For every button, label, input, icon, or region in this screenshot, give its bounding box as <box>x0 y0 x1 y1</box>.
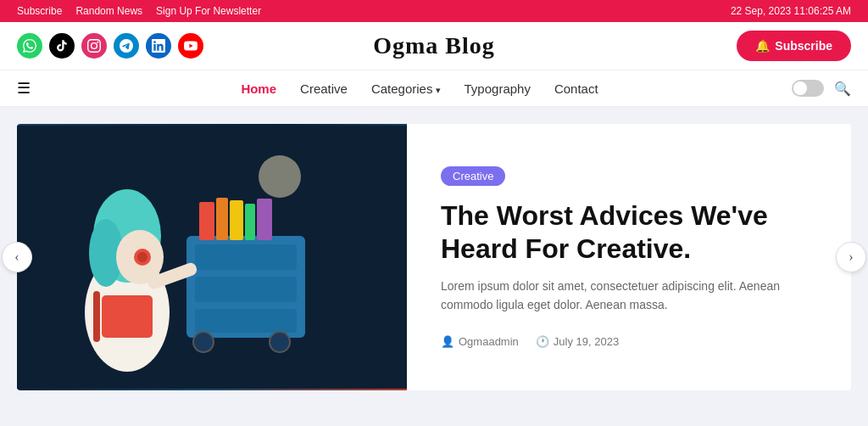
svg-point-11 <box>193 332 214 352</box>
svg-rect-6 <box>199 202 214 240</box>
slider-wrapper: ‹ <box>17 124 851 390</box>
svg-rect-3 <box>195 244 297 270</box>
slide-tag[interactable]: Creative <box>441 166 505 186</box>
youtube-icon[interactable] <box>178 33 203 59</box>
next-arrow[interactable]: › <box>836 242 866 272</box>
whatsapp-icon[interactable] <box>17 33 42 59</box>
svg-rect-7 <box>216 198 228 240</box>
random-news-link[interactable]: Random News <box>75 5 142 17</box>
nav-typography[interactable]: Typography <box>465 81 531 96</box>
svg-point-12 <box>270 332 290 352</box>
header: Ogma Blog 🔔 Subscribe <box>0 22 868 70</box>
slide-date: 🕐 July 19, 2023 <box>536 335 619 348</box>
main-content: ‹ <box>0 107 868 407</box>
slide-meta: 👤 Ogmaadmin 🕐 July 19, 2023 <box>441 335 817 348</box>
subscribe-link[interactable]: Subscribe <box>17 5 62 17</box>
search-button[interactable]: 🔍 <box>834 81 851 97</box>
svg-rect-8 <box>230 200 243 240</box>
prev-arrow[interactable]: ‹ <box>2 242 32 272</box>
telegram-icon[interactable] <box>114 33 139 59</box>
svg-point-19 <box>137 252 147 262</box>
author-icon: 👤 <box>441 335 454 348</box>
bell-icon: 🔔 <box>755 39 770 53</box>
toggle-knob <box>793 81 807 95</box>
slide-content: Creative The Worst Advices We've Heard F… <box>407 124 851 390</box>
theme-toggle[interactable] <box>792 80 824 97</box>
social-icons <box>17 33 203 59</box>
subscribe-button[interactable]: 🔔 Subscribe <box>737 31 851 61</box>
nav-right: 🔍 <box>792 80 851 97</box>
svg-rect-4 <box>195 277 297 302</box>
slide-excerpt: Lorem ipsum dolor sit amet, consectetuer… <box>441 277 817 315</box>
svg-rect-10 <box>257 199 272 240</box>
clock-icon: 🕐 <box>536 335 549 348</box>
navbar: ☰ Home Creative Categories Typography Co… <box>0 70 868 107</box>
linkedin-icon[interactable] <box>146 33 171 59</box>
slide-image <box>17 124 407 390</box>
svg-rect-14 <box>102 295 153 338</box>
hamburger-menu[interactable]: ☰ <box>17 79 31 98</box>
top-bar-datetime: 22 Sep, 2023 11:06:25 AM <box>731 5 851 17</box>
nav-creative[interactable]: Creative <box>300 81 348 96</box>
slide-author: 👤 Ogmaadmin <box>441 335 519 348</box>
slider: Creative The Worst Advices We've Heard F… <box>17 124 851 390</box>
svg-rect-5 <box>195 309 297 333</box>
site-title: Ogma Blog <box>373 32 495 59</box>
instagram-icon[interactable] <box>81 33 107 59</box>
nav-home[interactable]: Home <box>241 81 276 96</box>
nav-links: Home Creative Categories Typography Cont… <box>47 81 792 96</box>
top-bar-links: Subscribe Random News Sign Up For Newsle… <box>17 5 261 17</box>
svg-rect-9 <box>245 204 255 240</box>
slide-title: The Worst Advices We've Heard For Creati… <box>441 199 817 265</box>
svg-point-1 <box>259 155 301 198</box>
top-bar: Subscribe Random News Sign Up For Newsle… <box>0 0 868 22</box>
nav-contact[interactable]: Contact <box>554 81 598 96</box>
tiktok-icon[interactable] <box>49 33 75 59</box>
signup-newsletter-link[interactable]: Sign Up For Newsletter <box>156 5 261 17</box>
svg-rect-21 <box>93 291 100 342</box>
nav-categories[interactable]: Categories <box>371 81 441 96</box>
